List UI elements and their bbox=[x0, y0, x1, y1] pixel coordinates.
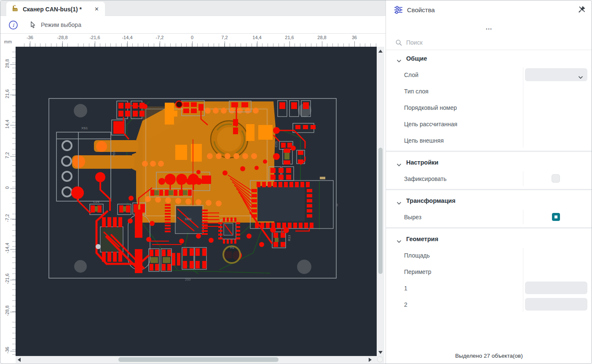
svg-text:XS1: XS1 bbox=[81, 126, 88, 130]
ruler-label: -28,8 bbox=[5, 306, 10, 316]
geometry-field-2[interactable] bbox=[525, 298, 587, 311]
corner-grip bbox=[377, 356, 383, 362]
ruler-unit: mm bbox=[0, 34, 16, 47]
tab-close-icon[interactable]: ✕ bbox=[93, 5, 101, 13]
svg-text:C21: C21 bbox=[274, 141, 278, 147]
layer-dropdown[interactable] bbox=[525, 68, 587, 81]
section-header[interactable]: Настройки bbox=[386, 154, 592, 170]
row-field-2: 2 bbox=[386, 296, 592, 313]
section-settings: Настройки Зафиксировать bbox=[386, 154, 592, 187]
scroll-down-icon[interactable] bbox=[378, 351, 383, 354]
ruler-label: 7,2 bbox=[5, 150, 10, 160]
ruler-label: -21,6 bbox=[89, 35, 100, 40]
factory-icon bbox=[11, 4, 19, 14]
app-window: Сканер CAN-bus(1) * ✕ i Режим выбора mm … bbox=[0, 0, 592, 364]
ruler-label: -14,4 bbox=[5, 243, 10, 253]
ruler-label: 14,4 bbox=[5, 119, 10, 129]
chevron-down-icon[interactable] bbox=[396, 57, 402, 60]
svg-text:200: 200 bbox=[185, 278, 191, 282]
row-field-1: 1 bbox=[386, 280, 592, 296]
row-perimeter: Периметр bbox=[386, 263, 592, 280]
ruler-label: 0 bbox=[5, 183, 10, 193]
editor-toolbar: i Режим выбора bbox=[0, 16, 386, 34]
ruler-label: -36 bbox=[27, 35, 33, 40]
selection-status: Выделено 27 объекта(ов) bbox=[386, 353, 592, 359]
select-cursor-icon[interactable] bbox=[29, 21, 38, 29]
ruler-top: -36 -28,8 -21,6 -14,4 -7,2 0 7,2 14,4 21… bbox=[16, 34, 377, 47]
ruler-label: 14,4 bbox=[252, 35, 261, 40]
scroll-right-icon[interactable] bbox=[369, 358, 372, 362]
row-fix: Зафиксировать bbox=[386, 170, 592, 187]
svg-text:R13: R13 bbox=[287, 235, 291, 241]
scroll-up-icon[interactable] bbox=[378, 50, 383, 53]
row-net-external: Цепь внешняя bbox=[386, 132, 592, 149]
scroll-corner bbox=[377, 356, 384, 363]
svg-text:DD1: DD1 bbox=[185, 217, 192, 221]
ruler-label: 28,8 bbox=[5, 58, 10, 69]
tab-bar: Сканер CAN-bus(1) * ✕ bbox=[0, 0, 386, 16]
section-transformation: Трансформация Вырез bbox=[386, 192, 592, 225]
chevron-down-icon[interactable] bbox=[396, 237, 402, 241]
ruler-left: 28,8 21,6 14,4 7,2 0 -7,2 -14,4 -21,6 -2… bbox=[0, 47, 16, 356]
inductor[interactable] bbox=[211, 121, 248, 158]
horizontal-scroll-thumb[interactable] bbox=[118, 357, 279, 362]
ruler-label: -7,2 bbox=[5, 213, 10, 223]
ruler-label: 21,6 bbox=[5, 89, 10, 99]
sliders-icon bbox=[394, 5, 403, 14]
scroll-left-icon[interactable] bbox=[18, 358, 21, 362]
section-geometry: Геометрия Площадь Периметр 1 2 bbox=[386, 231, 592, 313]
ruler-label: -36 bbox=[5, 345, 10, 355]
row-area: Площадь bbox=[386, 247, 592, 263]
pin1-dot bbox=[96, 244, 101, 249]
svg-text:i: i bbox=[13, 21, 15, 28]
section-general: Общие Слой Тип слоя Порядк bbox=[386, 50, 592, 149]
svg-text:W: W bbox=[335, 203, 339, 207]
ruler-label: 0 bbox=[191, 35, 193, 40]
ruler-label: -21,6 bbox=[5, 274, 10, 284]
row-order-number: Порядковый номер bbox=[386, 99, 592, 116]
edge-pad bbox=[320, 177, 325, 179]
properties-panel: Свойства ... bbox=[386, 0, 592, 364]
unpin-icon[interactable] bbox=[578, 5, 586, 13]
chevron-down-icon bbox=[578, 73, 583, 77]
vertical-scrollbar[interactable] bbox=[377, 47, 384, 356]
tab-scaner-can-bus[interactable]: Сканер CAN-bus(1) * ✕ bbox=[6, 2, 105, 16]
row-net-computed: Цепь рассчитанная bbox=[386, 116, 592, 132]
panel-title: Свойства bbox=[407, 6, 435, 13]
info-icon[interactable]: i bbox=[8, 20, 18, 30]
section-header[interactable]: Трансформация bbox=[386, 192, 592, 209]
ruler-label: 21,6 bbox=[285, 35, 294, 40]
panel-header: Свойства bbox=[386, 0, 592, 19]
section-separator bbox=[386, 189, 592, 190]
chevron-down-icon[interactable] bbox=[396, 161, 402, 164]
row-layer: Слой bbox=[386, 66, 592, 83]
section-separator bbox=[386, 151, 592, 152]
search-input[interactable] bbox=[406, 39, 566, 46]
mode-label: Режим выбора bbox=[41, 21, 81, 28]
ruler-label: 28,8 bbox=[317, 35, 326, 40]
svg-text:C24: C24 bbox=[93, 200, 99, 204]
dark-ring-component[interactable] bbox=[176, 101, 182, 108]
cutout-checkbox[interactable] bbox=[552, 213, 560, 221]
section-separator bbox=[386, 227, 592, 228]
horizontal-scrollbar[interactable] bbox=[16, 356, 377, 363]
more-button[interactable]: ... bbox=[386, 24, 592, 31]
svg-text:H1: H1 bbox=[230, 246, 235, 250]
section-header[interactable]: Общие bbox=[386, 50, 592, 66]
fix-checkbox[interactable] bbox=[552, 174, 560, 183]
row-cutout: Вырез bbox=[386, 209, 592, 225]
search-bar bbox=[386, 35, 592, 50]
section-header[interactable]: Геометрия bbox=[386, 231, 592, 247]
row-layer-type: Тип слоя bbox=[386, 83, 592, 99]
svg-text:VD1: VD1 bbox=[112, 150, 116, 157]
vertical-scroll-thumb[interactable] bbox=[378, 148, 383, 274]
chevron-down-icon[interactable] bbox=[396, 199, 402, 202]
ruler-label: -28,8 bbox=[57, 35, 67, 40]
ruler-label: -7,2 bbox=[156, 35, 164, 40]
ruler-label: -14,4 bbox=[122, 35, 132, 40]
geometry-field-1[interactable] bbox=[525, 282, 587, 294]
pcb-canvas[interactable]: XS1 VD1 C21 DD1 H1 R13 C24 200 W bbox=[16, 47, 377, 356]
ruler-label: 7,2 bbox=[221, 35, 228, 40]
search-icon bbox=[395, 39, 402, 46]
tab-title: Сканер CAN-bus(1) * bbox=[23, 6, 89, 13]
